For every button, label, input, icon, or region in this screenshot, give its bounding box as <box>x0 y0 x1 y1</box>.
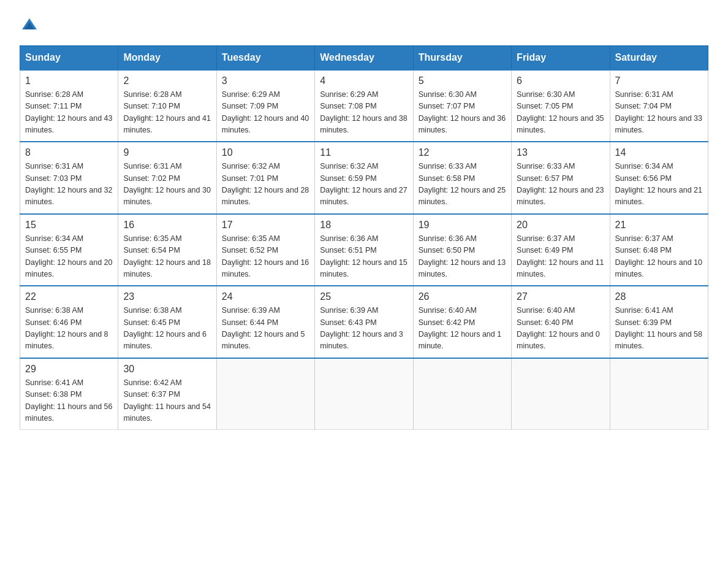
header-wednesday: Wednesday <box>315 45 413 70</box>
day-number: 14 <box>615 147 703 158</box>
day-cell: 20Sunrise: 6:37 AMSunset: 6:49 PMDayligh… <box>512 214 610 286</box>
day-info: Sunrise: 6:30 AMSunset: 7:05 PMDaylight:… <box>517 89 604 137</box>
day-cell: 22Sunrise: 6:38 AMSunset: 6:46 PMDayligh… <box>20 286 118 358</box>
day-number: 4 <box>320 75 408 86</box>
day-number: 20 <box>517 220 604 231</box>
day-info: Sunrise: 6:40 AMSunset: 6:40 PMDaylight:… <box>517 305 604 353</box>
header-thursday: Thursday <box>413 45 511 70</box>
day-number: 13 <box>517 147 604 158</box>
page-header <box>20 15 708 33</box>
week-row-5: 29Sunrise: 6:41 AMSunset: 6:38 PMDayligh… <box>20 358 708 430</box>
day-cell: 21Sunrise: 6:37 AMSunset: 6:48 PMDayligh… <box>610 214 708 286</box>
day-number: 17 <box>222 220 309 231</box>
week-row-4: 22Sunrise: 6:38 AMSunset: 6:46 PMDayligh… <box>20 286 708 358</box>
day-cell: 4Sunrise: 6:29 AMSunset: 7:08 PMDaylight… <box>315 70 413 142</box>
day-cell: 3Sunrise: 6:29 AMSunset: 7:09 PMDaylight… <box>216 70 314 142</box>
day-number: 1 <box>25 75 113 86</box>
day-cell <box>610 358 708 430</box>
day-cell: 9Sunrise: 6:31 AMSunset: 7:02 PMDaylight… <box>118 142 216 214</box>
day-cell: 11Sunrise: 6:32 AMSunset: 6:59 PMDayligh… <box>315 142 413 214</box>
day-cell <box>512 358 610 430</box>
day-number: 29 <box>25 364 113 375</box>
day-info: Sunrise: 6:29 AMSunset: 7:09 PMDaylight:… <box>222 89 309 137</box>
day-info: Sunrise: 6:37 AMSunset: 6:48 PMDaylight:… <box>615 233 703 281</box>
day-info: Sunrise: 6:36 AMSunset: 6:51 PMDaylight:… <box>320 233 408 281</box>
day-info: Sunrise: 6:35 AMSunset: 6:52 PMDaylight:… <box>222 233 309 281</box>
day-info: Sunrise: 6:29 AMSunset: 7:08 PMDaylight:… <box>320 89 408 137</box>
day-number: 23 <box>123 291 211 302</box>
day-cell: 5Sunrise: 6:30 AMSunset: 7:07 PMDaylight… <box>413 70 511 142</box>
day-cell: 17Sunrise: 6:35 AMSunset: 6:52 PMDayligh… <box>216 214 314 286</box>
day-info: Sunrise: 6:37 AMSunset: 6:49 PMDaylight:… <box>517 233 604 281</box>
week-row-3: 15Sunrise: 6:34 AMSunset: 6:55 PMDayligh… <box>20 214 708 286</box>
header-sunday: Sunday <box>20 45 118 70</box>
day-cell: 16Sunrise: 6:35 AMSunset: 6:54 PMDayligh… <box>118 214 216 286</box>
day-info: Sunrise: 6:28 AMSunset: 7:10 PMDaylight:… <box>123 89 211 137</box>
day-info: Sunrise: 6:40 AMSunset: 6:42 PMDaylight:… <box>419 305 506 353</box>
logo-text-general <box>20 15 38 33</box>
calendar-table: SundayMondayTuesdayWednesdayThursdayFrid… <box>20 45 708 431</box>
header-monday: Monday <box>118 45 216 70</box>
day-number: 25 <box>320 291 408 302</box>
day-info: Sunrise: 6:36 AMSunset: 6:50 PMDaylight:… <box>419 233 506 281</box>
day-number: 15 <box>25 220 113 231</box>
day-info: Sunrise: 6:33 AMSunset: 6:57 PMDaylight:… <box>517 161 604 209</box>
day-info: Sunrise: 6:41 AMSunset: 6:39 PMDaylight:… <box>615 305 703 353</box>
day-cell <box>216 358 314 430</box>
header-friday: Friday <box>512 45 610 70</box>
day-cell: 26Sunrise: 6:40 AMSunset: 6:42 PMDayligh… <box>413 286 511 358</box>
day-cell: 6Sunrise: 6:30 AMSunset: 7:05 PMDaylight… <box>512 70 610 142</box>
day-number: 19 <box>419 220 506 231</box>
week-row-2: 8Sunrise: 6:31 AMSunset: 7:03 PMDaylight… <box>20 142 708 214</box>
day-cell: 30Sunrise: 6:42 AMSunset: 6:37 PMDayligh… <box>118 358 216 430</box>
day-number: 18 <box>320 220 408 231</box>
day-cell: 27Sunrise: 6:40 AMSunset: 6:40 PMDayligh… <box>512 286 610 358</box>
day-number: 28 <box>615 291 703 302</box>
day-number: 10 <box>222 147 309 158</box>
day-cell: 14Sunrise: 6:34 AMSunset: 6:56 PMDayligh… <box>610 142 708 214</box>
day-number: 5 <box>419 75 506 86</box>
day-cell: 8Sunrise: 6:31 AMSunset: 7:03 PMDaylight… <box>20 142 118 214</box>
day-info: Sunrise: 6:32 AMSunset: 6:59 PMDaylight:… <box>320 161 408 209</box>
day-cell: 29Sunrise: 6:41 AMSunset: 6:38 PMDayligh… <box>20 358 118 430</box>
week-row-1: 1Sunrise: 6:28 AMSunset: 7:11 PMDaylight… <box>20 70 708 142</box>
day-info: Sunrise: 6:31 AMSunset: 7:02 PMDaylight:… <box>123 161 211 209</box>
day-info: Sunrise: 6:39 AMSunset: 6:44 PMDaylight:… <box>222 305 309 353</box>
day-number: 2 <box>123 75 211 86</box>
header-tuesday: Tuesday <box>216 45 314 70</box>
day-info: Sunrise: 6:31 AMSunset: 7:03 PMDaylight:… <box>25 161 113 209</box>
day-cell: 28Sunrise: 6:41 AMSunset: 6:39 PMDayligh… <box>610 286 708 358</box>
day-info: Sunrise: 6:32 AMSunset: 7:01 PMDaylight:… <box>222 161 309 209</box>
header-saturday: Saturday <box>610 45 708 70</box>
day-number: 3 <box>222 75 309 86</box>
day-cell: 2Sunrise: 6:28 AMSunset: 7:10 PMDaylight… <box>118 70 216 142</box>
day-cell: 23Sunrise: 6:38 AMSunset: 6:45 PMDayligh… <box>118 286 216 358</box>
day-number: 16 <box>123 220 211 231</box>
day-info: Sunrise: 6:38 AMSunset: 6:45 PMDaylight:… <box>123 305 211 353</box>
day-cell: 1Sunrise: 6:28 AMSunset: 7:11 PMDaylight… <box>20 70 118 142</box>
day-cell: 18Sunrise: 6:36 AMSunset: 6:51 PMDayligh… <box>315 214 413 286</box>
day-info: Sunrise: 6:35 AMSunset: 6:54 PMDaylight:… <box>123 233 211 281</box>
logo <box>20 15 38 33</box>
day-number: 22 <box>25 291 113 302</box>
day-number: 30 <box>123 364 211 375</box>
day-number: 21 <box>615 220 703 231</box>
day-info: Sunrise: 6:34 AMSunset: 6:56 PMDaylight:… <box>615 161 703 209</box>
day-cell: 10Sunrise: 6:32 AMSunset: 7:01 PMDayligh… <box>216 142 314 214</box>
day-number: 6 <box>517 75 604 86</box>
day-cell <box>315 358 413 430</box>
day-number: 11 <box>320 147 408 158</box>
day-cell: 19Sunrise: 6:36 AMSunset: 6:50 PMDayligh… <box>413 214 511 286</box>
day-number: 7 <box>615 75 703 86</box>
day-number: 26 <box>419 291 506 302</box>
day-info: Sunrise: 6:38 AMSunset: 6:46 PMDaylight:… <box>25 305 113 353</box>
day-number: 27 <box>517 291 604 302</box>
day-cell: 25Sunrise: 6:39 AMSunset: 6:43 PMDayligh… <box>315 286 413 358</box>
day-cell <box>413 358 511 430</box>
day-number: 9 <box>123 147 211 158</box>
day-number: 8 <box>25 147 113 158</box>
day-number: 12 <box>419 147 506 158</box>
day-cell: 12Sunrise: 6:33 AMSunset: 6:58 PMDayligh… <box>413 142 511 214</box>
day-info: Sunrise: 6:34 AMSunset: 6:55 PMDaylight:… <box>25 233 113 281</box>
day-info: Sunrise: 6:33 AMSunset: 6:58 PMDaylight:… <box>419 161 506 209</box>
